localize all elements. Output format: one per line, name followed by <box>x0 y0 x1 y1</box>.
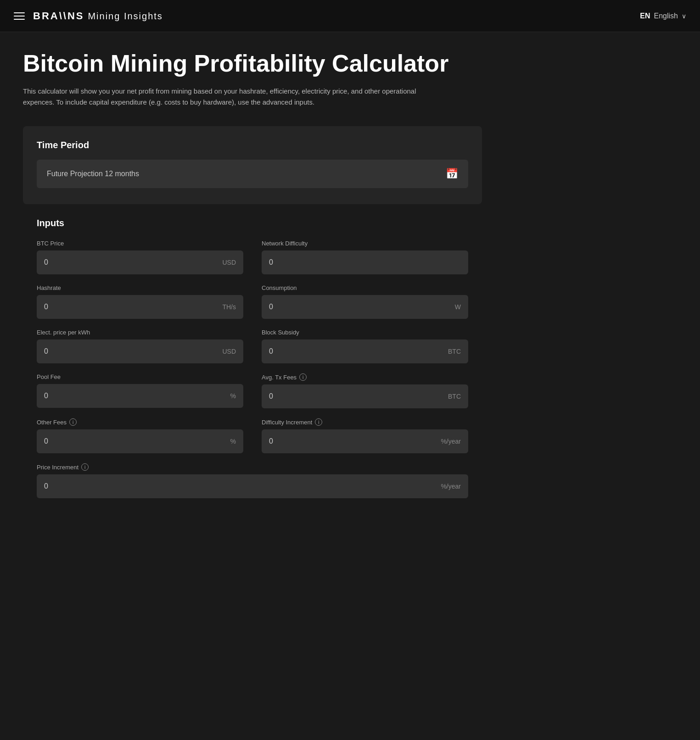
language-selector[interactable]: EN English ∨ <box>640 12 686 20</box>
chevron-down-icon: ∨ <box>682 12 686 20</box>
input-group-elect-price: Elect. price per kWh USD <box>37 329 243 363</box>
input-wrapper-pool-fee: % <box>37 384 243 408</box>
input-wrapper-other-fees: % <box>37 429 243 453</box>
hashrate-input[interactable] <box>44 303 218 311</box>
price-increment-unit: %/year <box>441 483 461 490</box>
input-wrapper-elect-price: USD <box>37 339 243 363</box>
consumption-input[interactable] <box>269 303 451 311</box>
price-increment-input[interactable] <box>44 482 437 490</box>
time-period-label: Future Projection 12 months <box>47 170 139 178</box>
time-period-title: Time Period <box>37 140 468 150</box>
avg-tx-fees-info-icon[interactable]: i <box>299 373 307 381</box>
time-period-section: Time Period Future Projection 12 months … <box>23 126 482 204</box>
elect-price-unit: USD <box>222 348 236 355</box>
input-wrapper-avg-tx-fees: BTC <box>262 384 468 408</box>
label-block-subsidy: Block Subsidy <box>262 329 468 336</box>
label-price-increment: Price Increment i <box>37 463 468 471</box>
navbar-left: BRA\\NSMining Insights <box>14 10 163 22</box>
input-wrapper-price-increment: %/year <box>37 474 468 498</box>
input-group-hashrate: Hashrate TH/s <box>37 284 243 319</box>
main-content: Bitcoin Mining Profitability Calculator … <box>0 32 505 552</box>
label-network-difficulty: Network Difficulty <box>262 240 468 247</box>
label-avg-tx-fees: Avg. Tx Fees i <box>262 373 468 381</box>
page-description: This calculator will show you your net p… <box>23 86 436 108</box>
input-group-avg-tx-fees: Avg. Tx Fees i BTC <box>262 373 468 408</box>
input-group-pool-fee: Pool Fee % <box>37 373 243 408</box>
input-wrapper-hashrate: TH/s <box>37 295 243 319</box>
avg-tx-fees-input[interactable] <box>269 392 444 401</box>
input-group-price-increment: Price Increment i %/year <box>37 463 468 498</box>
network-difficulty-input[interactable] <box>269 258 461 267</box>
hashrate-unit: TH/s <box>222 303 236 311</box>
input-group-other-fees: Other Fees i % <box>37 418 243 453</box>
input-wrapper-block-subsidy: BTC <box>262 339 468 363</box>
logo-brand: BRA\\NS <box>33 10 84 22</box>
input-group-consumption: Consumption W <box>262 284 468 319</box>
language-code: EN <box>640 12 650 20</box>
price-increment-info-icon[interactable]: i <box>81 463 89 471</box>
inputs-grid: BTC Price USD Network Difficulty Hashrat… <box>37 240 468 508</box>
input-group-btc-price: BTC Price USD <box>37 240 243 274</box>
logo: BRA\\NSMining Insights <box>33 10 163 22</box>
consumption-unit: W <box>455 303 461 311</box>
block-subsidy-input[interactable] <box>269 347 444 356</box>
logo-sub: Mining Insights <box>88 11 162 21</box>
avg-tx-fees-unit: BTC <box>448 393 461 400</box>
input-group-difficulty-increment: Difficulty Increment i %/year <box>262 418 468 453</box>
inputs-title: Inputs <box>37 218 468 228</box>
pool-fee-unit: % <box>230 392 236 400</box>
label-pool-fee: Pool Fee <box>37 373 243 380</box>
time-period-selector[interactable]: Future Projection 12 months 📅 <box>37 160 468 188</box>
input-wrapper-btc-price: USD <box>37 250 243 274</box>
difficulty-increment-info-icon[interactable]: i <box>315 418 322 426</box>
block-subsidy-unit: BTC <box>448 348 461 355</box>
label-btc-price: BTC Price <box>37 240 243 247</box>
label-hashrate: Hashrate <box>37 284 243 291</box>
other-fees-unit: % <box>230 438 236 445</box>
btc-price-input[interactable] <box>44 258 218 267</box>
navbar: BRA\\NSMining Insights EN English ∨ <box>0 0 700 32</box>
label-elect-price: Elect. price per kWh <box>37 329 243 336</box>
other-fees-input[interactable] <box>44 437 227 445</box>
difficulty-increment-input[interactable] <box>269 437 437 445</box>
hamburger-menu[interactable] <box>14 12 25 20</box>
difficulty-increment-unit: %/year <box>441 438 461 445</box>
input-group-block-subsidy: Block Subsidy BTC <box>262 329 468 363</box>
label-other-fees: Other Fees i <box>37 418 243 426</box>
label-difficulty-increment: Difficulty Increment i <box>262 418 468 426</box>
btc-price-unit: USD <box>222 259 236 266</box>
other-fees-info-icon[interactable]: i <box>69 418 77 426</box>
language-name: English <box>654 12 678 20</box>
page-title: Bitcoin Mining Profitability Calculator <box>23 50 482 77</box>
input-wrapper-difficulty-increment: %/year <box>262 429 468 453</box>
calendar-icon: 📅 <box>446 168 458 180</box>
label-consumption: Consumption <box>262 284 468 291</box>
pool-fee-input[interactable] <box>44 392 227 400</box>
input-wrapper-consumption: W <box>262 295 468 319</box>
elect-price-input[interactable] <box>44 347 218 356</box>
input-group-network-difficulty: Network Difficulty <box>262 240 468 274</box>
inputs-section: Inputs BTC Price USD Network Difficulty … <box>23 204 482 524</box>
input-wrapper-network-difficulty <box>262 250 468 274</box>
